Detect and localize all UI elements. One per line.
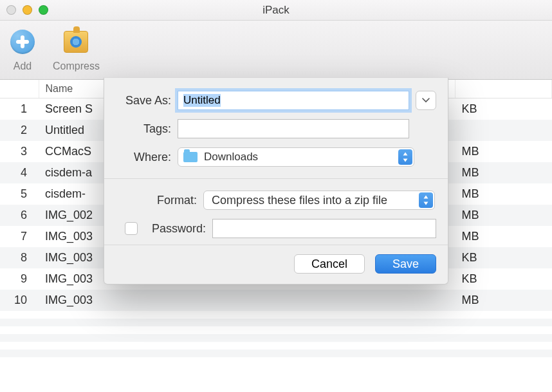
format-select[interactable]: Compress these files into a zip file (203, 191, 435, 210)
titlebar: iPack (0, 0, 552, 21)
chevron-down-icon (422, 98, 430, 103)
compress-button[interactable]: Compress (53, 27, 100, 72)
col-header-size[interactable] (455, 80, 552, 98)
format-value: Compress these files into a zip file (212, 194, 387, 207)
minimize-icon[interactable] (23, 5, 32, 15)
table-row (0, 319, 552, 326)
password-checkbox[interactable] (125, 222, 138, 235)
save-button[interactable]: Save (375, 254, 436, 274)
table-row (0, 342, 552, 350)
table-row (0, 311, 552, 319)
compress-label: Compress (53, 61, 100, 72)
table-row (0, 334, 552, 342)
cancel-button[interactable]: Cancel (294, 254, 365, 274)
where-value: Downloads (204, 151, 258, 163)
table-row (0, 350, 552, 357)
save-as-input[interactable] (178, 91, 409, 110)
where-label: Where: (116, 151, 178, 164)
add-label: Add (14, 61, 32, 72)
toolbar: Add Compress (0, 21, 552, 80)
table-row[interactable]: 10IMG_003MB (0, 290, 552, 311)
save-as-label: Save As: (116, 94, 178, 107)
window-title: iPack (0, 4, 552, 17)
table-row (0, 326, 552, 334)
plus-circle-icon (10, 30, 35, 54)
updown-stepper-icon (398, 149, 412, 165)
folder-icon (183, 152, 198, 162)
close-icon[interactable] (6, 5, 16, 15)
zoom-icon[interactable] (39, 5, 48, 15)
updown-stepper-icon (419, 192, 433, 208)
password-input[interactable] (212, 219, 436, 238)
gift-box-icon (64, 31, 88, 53)
col-header-index[interactable] (0, 80, 39, 98)
window-controls (6, 5, 48, 15)
tags-input[interactable] (178, 119, 409, 138)
save-sheet: Save As: Tags: Where: (104, 78, 448, 285)
tags-label: Tags: (116, 122, 178, 136)
password-label: Password: (140, 222, 212, 236)
add-button[interactable]: Add (8, 27, 37, 72)
where-select[interactable]: Downloads (178, 147, 414, 167)
format-label: Format: (116, 194, 203, 207)
expand-save-panel-button[interactable] (416, 91, 436, 110)
